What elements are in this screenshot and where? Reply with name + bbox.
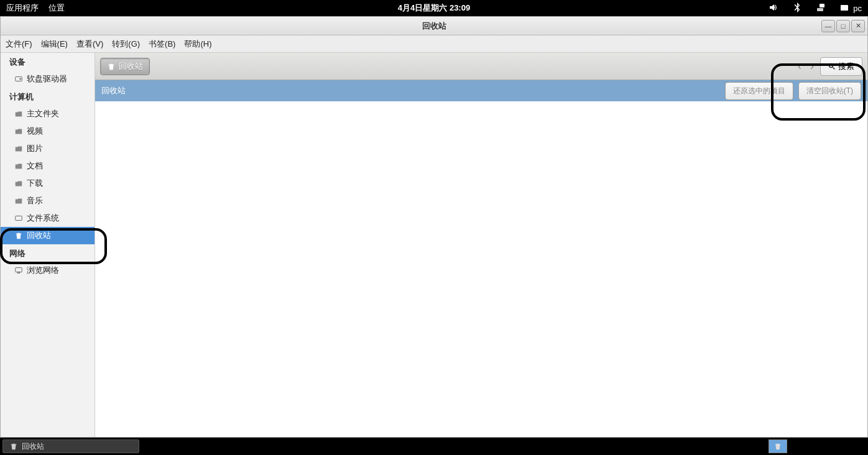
sidebar-item-music[interactable]: 音乐 [1, 192, 95, 209]
search-icon [828, 63, 836, 70]
sidebar-item-label: 文件系统 [27, 213, 59, 224]
sidebar-item-browse-network[interactable]: 浏览网络 [1, 262, 95, 279]
applications-menu[interactable]: 应用程序 [6, 2, 39, 14]
nav-forward-button[interactable]: › [808, 58, 816, 74]
menu-go[interactable]: 转到(G) [112, 39, 140, 50]
user-label: pc [853, 4, 862, 13]
folder-icon [14, 179, 23, 188]
folder-icon [14, 127, 23, 136]
folder-icon [14, 162, 23, 170]
sidebar: 设备 软盘驱动器 计算机 主文件夹 视频 图片 文档 [1, 53, 95, 437]
search-label: 搜索 [838, 61, 854, 72]
menu-edit[interactable]: 编辑(E) [41, 39, 68, 50]
trash-icon [14, 231, 23, 240]
sidebar-item-label: 主文件夹 [27, 108, 59, 119]
sidebar-item-label: 文档 [27, 160, 43, 172]
svg-point-4 [20, 78, 21, 80]
sidebar-item-label: 视频 [27, 126, 43, 137]
folder-icon [14, 196, 23, 205]
window-titlebar[interactable]: 回收站 — □ ✕ [1, 17, 867, 35]
drive-icon [14, 75, 23, 83]
maximize-button[interactable]: □ [836, 20, 850, 32]
trash-icon [9, 442, 18, 451]
sidebar-item-downloads[interactable]: 下载 [1, 175, 95, 192]
minimize-button[interactable]: — [821, 20, 835, 32]
sidebar-item-home[interactable]: 主文件夹 [1, 105, 95, 122]
sidebar-item-label: 软盘驱动器 [27, 73, 67, 85]
path-button-trash[interactable]: 回收站 [100, 58, 150, 75]
sidebar-item-label: 音乐 [27, 195, 43, 206]
svg-rect-6 [16, 268, 22, 272]
location-title: 回收站 [101, 85, 725, 96]
restore-selected-button[interactable]: 还原选中的项目 [725, 82, 793, 100]
sidebar-item-documents[interactable]: 文档 [1, 157, 95, 175]
network-icon [14, 266, 23, 275]
sidebar-item-label: 回收站 [27, 230, 51, 241]
sidebar-item-trash[interactable]: 回收站 [1, 227, 95, 244]
folder-icon [14, 144, 23, 153]
file-view-area[interactable] [95, 101, 867, 437]
places-menu[interactable]: 位置 [48, 2, 65, 14]
sidebar-section-computer: 计算机 [1, 88, 95, 105]
svg-rect-5 [16, 216, 22, 221]
sidebar-section-devices: 设备 [1, 53, 95, 70]
svg-rect-7 [17, 272, 20, 273]
trash-icon [773, 442, 782, 451]
menu-help[interactable]: 帮助(H) [184, 39, 211, 50]
sidebar-item-pictures[interactable]: 图片 [1, 140, 95, 157]
sidebar-item-label: 浏览网络 [27, 265, 59, 276]
network-icon[interactable] [816, 2, 826, 14]
trash-icon [107, 62, 116, 71]
sidebar-section-network: 网络 [1, 244, 95, 262]
nav-back-button[interactable]: ‹ [795, 58, 804, 74]
sidebar-item-floppy[interactable]: 软盘驱动器 [1, 70, 95, 88]
sidebar-item-label: 图片 [27, 143, 43, 154]
empty-trash-button[interactable]: 清空回收站(T) [798, 82, 861, 100]
taskbar-label: 回收站 [22, 441, 44, 452]
menu-view[interactable]: 查看(V) [76, 39, 103, 50]
path-label: 回收站 [119, 61, 143, 72]
menu-bookmarks[interactable]: 书签(B) [149, 39, 175, 50]
sidebar-item-filesystem[interactable]: 文件系统 [1, 209, 95, 227]
search-button[interactable]: 搜索 [820, 57, 862, 76]
sidebar-item-videos[interactable]: 视频 [1, 122, 95, 140]
sidebar-item-label: 下载 [27, 178, 43, 189]
bluetooth-icon[interactable] [792, 2, 802, 14]
svg-point-8 [829, 63, 833, 67]
home-icon [14, 109, 23, 118]
svg-rect-2 [841, 5, 848, 11]
svg-rect-1 [820, 4, 824, 7]
workspace-switcher[interactable] [769, 439, 787, 453]
taskbar-button-trash[interactable]: 回收站 [2, 439, 139, 453]
user-menu[interactable]: pc [839, 3, 862, 13]
close-button[interactable]: ✕ [851, 20, 865, 32]
disk-icon [14, 214, 23, 223]
svg-line-9 [833, 67, 835, 69]
menu-file[interactable]: 文件(F) [6, 39, 32, 50]
svg-rect-0 [817, 8, 823, 11]
window-title: 回收站 [422, 21, 446, 32]
volume-icon[interactable] [769, 2, 778, 14]
datetime-indicator[interactable]: 4月4日星期六 23:09 [398, 2, 470, 14]
